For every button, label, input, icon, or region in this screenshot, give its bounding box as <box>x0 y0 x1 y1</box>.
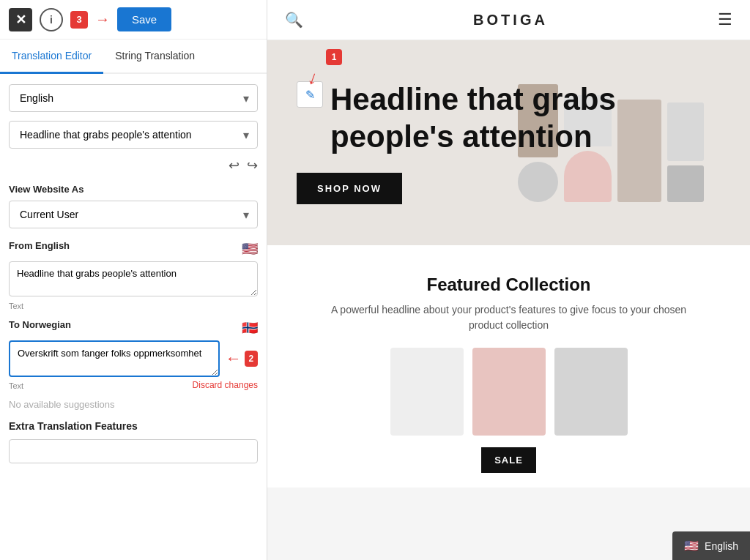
string-select[interactable]: Headline that grabs people's attention S… <box>9 121 258 149</box>
product-card-2 <box>472 348 546 436</box>
language-badge[interactable]: 🇺🇸 English <box>672 531 750 560</box>
view-as-section: View Website As Current User Guest Admin <box>9 184 258 228</box>
from-textarea[interactable]: Headline that grabs people's attention <box>9 261 258 296</box>
language-select-wrapper: English Norwegian French German <box>9 84 258 112</box>
redo-button[interactable]: ↪ <box>247 157 258 173</box>
undo-redo-bar: ↩ ↪ <box>9 157 258 173</box>
to-label-row: To Norwegian 🇳🇴 <box>9 319 258 336</box>
hero-headline-wrapper: ✎ Headline that grabs people's attention <box>297 81 721 155</box>
annotation-2-wrapper: Overskrift som fanger folks oppmerksomhe… <box>9 340 258 377</box>
tab-string-translation[interactable]: String Translation <box>103 40 207 74</box>
no-suggestions-text: No available suggestions <box>9 399 258 410</box>
close-button[interactable]: ✕ <box>9 8 32 31</box>
lang-flag-icon: 🇺🇸 <box>684 539 699 553</box>
string-select-wrapper: Headline that grabs people's attention S… <box>9 121 258 149</box>
site-brand: BOTIGA <box>473 12 548 29</box>
to-section: To Norwegian 🇳🇴 Overskrift som fanger fo… <box>9 319 258 390</box>
hero-content: ✎ Headline that grabs people's attention… <box>297 81 721 204</box>
from-section: From English 🇺🇸 Headline that grabs peop… <box>9 240 258 310</box>
annotation-2-badge: 2 <box>245 351 258 367</box>
hero-headline: Headline that grabs people's attention <box>330 81 721 155</box>
annotation-1-badge: 1 <box>326 49 342 65</box>
language-select[interactable]: English Norwegian French German <box>9 84 258 112</box>
shop-now-button[interactable]: SHOP NOW <box>297 173 402 204</box>
no-flag-icon: 🇳🇴 <box>242 320 258 336</box>
hero-section: 1 ↓ ✎ Headline that grabs people's atten… <box>267 40 750 245</box>
extra-input[interactable] <box>9 439 258 463</box>
view-as-label: View Website As <box>9 184 258 195</box>
from-label-row: From English 🇺🇸 <box>9 240 258 257</box>
tab-translation-editor[interactable]: Translation Editor <box>0 40 103 74</box>
us-flag-icon: 🇺🇸 <box>242 241 258 257</box>
lang-badge-label: English <box>705 540 738 552</box>
to-textarea[interactable]: Overskrift som fanger folks oppmerksomhe… <box>9 340 220 377</box>
save-button[interactable]: Save <box>117 7 171 31</box>
featured-subtitle: A powerful headline about your product's… <box>326 302 692 333</box>
product-card-3 <box>554 348 628 436</box>
panel-body: English Norwegian French German Headline… <box>0 74 267 560</box>
discard-changes-link[interactable]: Discard changes <box>193 380 258 390</box>
menu-icon[interactable]: ☰ <box>718 10 732 29</box>
info-button[interactable]: i <box>40 8 63 31</box>
to-hint: Text <box>9 381 23 390</box>
undo-button[interactable]: ↩ <box>229 157 240 173</box>
sale-badge: SALE <box>481 447 536 473</box>
from-label: From English <box>9 240 70 251</box>
arrow-icon: → <box>95 11 110 28</box>
tab-bar: Translation Editor String Translation <box>0 40 267 74</box>
search-icon[interactable]: 🔍 <box>285 11 303 29</box>
to-label: To Norwegian <box>9 319 71 330</box>
extra-title: Extra Translation Features <box>9 420 258 432</box>
featured-title: Featured Collection <box>282 275 735 295</box>
view-as-select[interactable]: Current User Guest Admin <box>9 201 258 228</box>
site-header: 🔍 BOTIGA ☰ <box>267 0 750 40</box>
from-hint: Text <box>9 302 258 310</box>
right-panel: 🔍 BOTIGA ☰ 1 ↓ ✎ Headline that grabs peo… <box>267 0 750 560</box>
left-panel: ✕ i 3 → Save Translation Editor String T… <box>0 0 267 560</box>
view-as-select-wrapper: Current User Guest Admin <box>9 201 258 228</box>
product-card-1 <box>390 348 464 436</box>
toolbar: ✕ i 3 → Save <box>0 0 267 40</box>
annotation-2-arrow: ← <box>226 349 242 368</box>
extra-section: Extra Translation Features <box>9 420 258 463</box>
featured-section: Featured Collection A powerful headline … <box>267 245 750 488</box>
step-badge: 3 <box>70 11 88 29</box>
